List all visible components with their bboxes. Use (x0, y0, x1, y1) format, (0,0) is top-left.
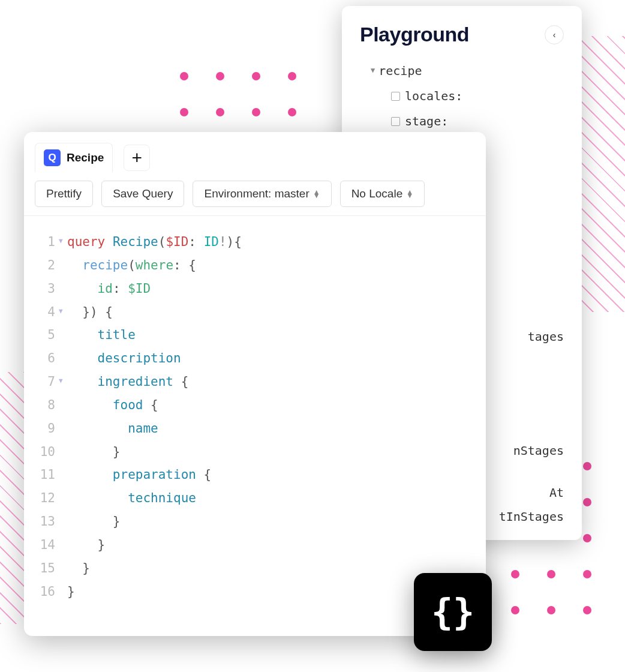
chevron-left-icon: ‹ (553, 30, 556, 40)
environment-select[interactable]: Environment: master ▲▼ (193, 181, 331, 207)
line-number: 4 (35, 301, 59, 324)
code-line[interactable]: 13 } (35, 510, 486, 533)
fold-icon (59, 277, 67, 301)
editor-panel: Q Recipe + Prettify Save Query Environme… (24, 132, 486, 636)
sort-icon: ▲▼ (313, 190, 320, 197)
tree-arg-locales[interactable]: locales: (360, 83, 564, 109)
fold-icon (59, 533, 67, 557)
line-number: 14 (35, 533, 59, 557)
braces-icon: {} (431, 591, 474, 633)
code-line[interactable]: 8 food { (35, 394, 486, 417)
playground-title: Playground (360, 23, 469, 46)
code-content: technique (67, 487, 196, 510)
tree-arg-label: locales: (405, 83, 462, 109)
query-badge-icon: Q (44, 149, 61, 166)
fold-icon (59, 557, 67, 580)
tree-arg-stage[interactable]: stage: (360, 109, 564, 134)
code-editor[interactable]: 1▼query Recipe($ID: ID!){2 recipe(where:… (24, 216, 486, 636)
code-content: title (67, 323, 136, 347)
toolbar: Prettify Save Query Environment: master … (24, 172, 486, 216)
tree-node-recipe[interactable]: ▼ recipe (360, 58, 564, 83)
line-number: 10 (35, 440, 59, 464)
save-query-button[interactable]: Save Query (101, 181, 184, 207)
code-badge: {} (414, 573, 492, 651)
checkbox-icon (391, 92, 400, 101)
line-number: 5 (35, 323, 59, 347)
line-number: 2 (35, 254, 59, 277)
plus-icon: + (132, 148, 143, 168)
line-number: 1 (35, 230, 59, 254)
code-line[interactable]: 5 title (35, 323, 486, 347)
fold-icon (59, 347, 67, 370)
code-line[interactable]: 12 technique (35, 487, 486, 510)
code-line[interactable]: 7▼ ingredient { (35, 370, 486, 394)
fold-icon (59, 417, 67, 440)
stripes-decoration (577, 36, 625, 312)
line-number: 7 (35, 370, 59, 394)
code-line[interactable]: 3 id: $ID (35, 277, 486, 301)
line-number: 15 (35, 557, 59, 580)
fold-icon (59, 323, 67, 347)
button-label: Save Query (113, 187, 173, 200)
code-content: recipe(where: { (67, 254, 196, 277)
tab-label: Recipe (67, 151, 104, 164)
locale-select[interactable]: No Locale ▲▼ (340, 181, 425, 207)
code-content: }) { (67, 301, 113, 324)
code-line[interactable]: 1▼query Recipe($ID: ID!){ (35, 230, 486, 254)
fold-icon (59, 580, 67, 604)
chevron-down-icon: ▼ (371, 63, 375, 78)
dots-decoration (180, 72, 324, 132)
code-content: food { (67, 394, 158, 417)
tree-arg-label: stage: (405, 109, 448, 134)
button-label: Prettify (46, 187, 82, 200)
add-tab-button[interactable]: + (124, 145, 150, 171)
code-content: } (67, 440, 121, 464)
code-content: } (67, 580, 75, 604)
code-content: } (67, 533, 105, 557)
code-line[interactable]: 4▼ }) { (35, 301, 486, 324)
code-content: description (67, 347, 181, 370)
tree-field-fragment[interactable]: tages (528, 324, 564, 349)
fold-icon (59, 463, 67, 487)
fold-icon (59, 487, 67, 510)
code-content: preparation { (67, 463, 211, 487)
code-line[interactable]: 11 preparation { (35, 463, 486, 487)
code-content: ingredient { (67, 370, 188, 394)
code-content: } (67, 557, 90, 580)
sort-icon: ▲▼ (406, 190, 413, 197)
fold-icon (59, 254, 67, 277)
code-line[interactable]: 2 recipe(where: { (35, 254, 486, 277)
code-content: name (67, 417, 158, 440)
select-label: No Locale (351, 187, 403, 200)
prettify-button[interactable]: Prettify (35, 181, 93, 207)
fold-icon (59, 440, 67, 464)
tree-node-label: recipe (378, 58, 422, 83)
code-line[interactable]: 10 } (35, 440, 486, 464)
select-label: Environment: master (204, 187, 309, 200)
code-line[interactable]: 14 } (35, 533, 486, 557)
code-line[interactable]: 6 description (35, 347, 486, 370)
tree-field-fragment[interactable]: At (549, 480, 564, 505)
fold-icon[interactable]: ▼ (59, 370, 67, 394)
fold-icon (59, 510, 67, 533)
explorer-tree: ▼ recipe locales: stage: tages nStages A… (360, 58, 564, 134)
code-content: id: $ID (67, 277, 151, 301)
fold-icon[interactable]: ▼ (59, 301, 67, 324)
line-number: 9 (35, 417, 59, 440)
fold-icon[interactable]: ▼ (59, 230, 67, 254)
fold-icon (59, 394, 67, 417)
tabs-row: Q Recipe + (24, 132, 486, 172)
checkbox-icon (391, 117, 400, 126)
tree-field-fragment[interactable]: tInStages (499, 504, 564, 529)
code-content: query Recipe($ID: ID!){ (67, 230, 242, 254)
line-number: 16 (35, 580, 59, 604)
tree-field-fragment[interactable]: nStages (513, 438, 564, 463)
line-number: 12 (35, 487, 59, 510)
line-number: 8 (35, 394, 59, 417)
code-line[interactable]: 9 name (35, 417, 486, 440)
line-number: 6 (35, 347, 59, 370)
code-content: } (67, 510, 121, 533)
tab-recipe[interactable]: Q Recipe (35, 143, 113, 172)
line-number: 11 (35, 463, 59, 487)
collapse-button[interactable]: ‹ (545, 25, 564, 44)
